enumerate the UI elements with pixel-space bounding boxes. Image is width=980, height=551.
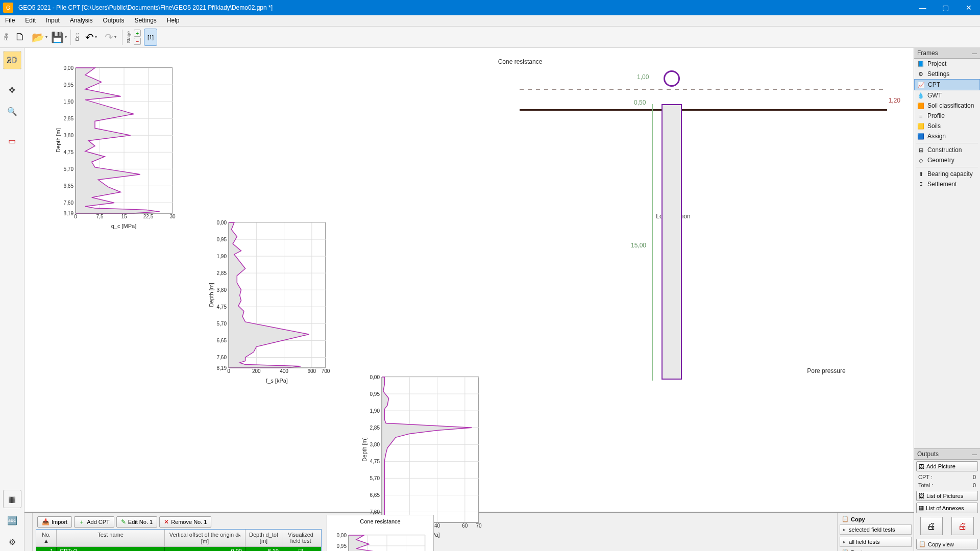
paste-header: 📋Paste xyxy=(840,548,912,551)
maximize-button[interactable]: ▢ xyxy=(934,0,957,15)
dim-length: 15,00 xyxy=(631,242,646,249)
add-cpt-button[interactable]: ＋Add CPT xyxy=(74,516,114,528)
pile-shaft xyxy=(662,104,682,380)
stage-tab-1[interactable]: [1] xyxy=(144,29,157,46)
toolbar: File 🗋 📂 💾 Edit ↶ ↷ Stage + − [1] xyxy=(0,27,980,48)
menu-help[interactable]: Help xyxy=(162,15,185,26)
copy-all-button[interactable]: all field tests xyxy=(840,537,912,547)
import-button[interactable]: 📥Import xyxy=(37,516,72,528)
pile-section-drawing: 1,00 0,50 1,20 15,00 xyxy=(520,58,887,425)
zoom-tool-button[interactable]: 🔍 xyxy=(3,102,21,120)
menu-outputs[interactable]: Outputs xyxy=(97,15,129,26)
dim-diameter: 1,00 xyxy=(637,73,649,81)
dim-head: 1,20 xyxy=(889,97,900,104)
redo-button[interactable]: ↷ xyxy=(102,29,119,46)
pan-tool-button[interactable]: ✥ xyxy=(3,81,21,99)
col-visualized[interactable]: Visualized field test xyxy=(282,530,319,546)
viewport[interactable]: Cone resistance0,000,951,902,853,804,755… xyxy=(24,48,914,512)
remove-stage-button[interactable]: − xyxy=(134,38,141,45)
window-title: GEO5 2021 - Pile CPT [C:\Users\Public\Do… xyxy=(16,4,911,11)
col-depth[interactable]: Depth d_tot [m] xyxy=(246,530,282,546)
undo-button[interactable]: ↶ xyxy=(82,29,100,46)
table-row[interactable]: 1 CPTu2 0,00 8,19 ☑ xyxy=(36,547,321,551)
bottom-side-tab[interactable]: CPT xyxy=(24,513,33,551)
pile-crosssection-icon xyxy=(664,70,680,87)
menu-file[interactable]: File xyxy=(0,15,20,26)
col-no[interactable]: No. ▲ xyxy=(36,530,57,546)
minimize-button[interactable]: — xyxy=(911,0,934,15)
menu-edit[interactable]: Edit xyxy=(20,15,41,26)
preview-chart: Cone resistance 0,000,951,902,853,804,75… xyxy=(327,515,434,551)
copy-selected-button[interactable]: selected field tests xyxy=(840,524,912,535)
copy-view-button[interactable]: 📋Copy view xyxy=(916,539,978,549)
settings-gear-button[interactable]: ⚙ xyxy=(3,533,21,551)
title-bar: G GEO5 2021 - Pile CPT [C:\Users\Public\… xyxy=(0,0,980,15)
ground-line xyxy=(520,109,887,111)
cpt-table[interactable]: No. ▲ Test name Vertical offset of the o… xyxy=(36,529,322,551)
labels-button[interactable]: 🔤 xyxy=(3,511,21,530)
toolbar-file-label: File xyxy=(4,33,9,41)
open-file-button[interactable]: 📂 xyxy=(31,29,48,46)
menu-analysis[interactable]: Analysis xyxy=(65,15,98,26)
new-file-button[interactable]: 🗋 xyxy=(11,29,29,46)
app-icon: G xyxy=(3,3,13,13)
toolbar-stage-label: Stage xyxy=(126,31,131,43)
dim-gwt: 0,50 xyxy=(634,99,646,106)
col-offset[interactable]: Vertical offset of the origin dₕ [m] xyxy=(165,530,246,546)
save-file-button[interactable]: 💾 xyxy=(50,29,67,46)
table-view-button[interactable]: ▦ xyxy=(3,490,21,508)
add-stage-button[interactable]: + xyxy=(134,30,141,37)
water-table-line xyxy=(520,89,887,90)
chart-title xyxy=(349,525,425,535)
menu-bar: File Edit Input Analysis Outputs Setting… xyxy=(0,15,980,27)
close-button[interactable]: ✕ xyxy=(957,0,980,15)
frames-header[interactable]: Frames— xyxy=(914,48,980,59)
menu-settings[interactable]: Settings xyxy=(129,15,161,26)
toolbar-edit-label: Edit xyxy=(75,33,80,41)
remove-cpt-button[interactable]: ✕Remove No. 1 xyxy=(159,516,211,528)
menu-input[interactable]: Input xyxy=(41,15,65,26)
view-3d-button[interactable]: 3D xyxy=(3,51,21,69)
select-tool-button[interactable]: ▭ xyxy=(3,132,21,150)
edit-cpt-button[interactable]: ✎Edit No. 1 xyxy=(116,516,157,528)
left-tool-strip: 2D 3D ✥ 🔍 ▭ ▦ 🔤 ⚙ xyxy=(0,48,24,551)
preview-chart-title: Cone resistance xyxy=(331,518,429,524)
col-name[interactable]: Test name xyxy=(57,530,165,546)
